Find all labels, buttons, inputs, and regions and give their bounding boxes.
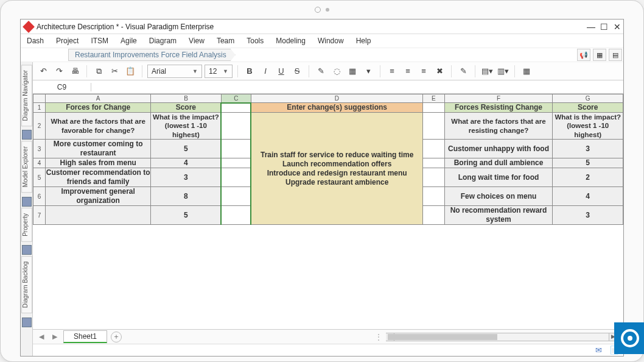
cell[interactable]	[221, 168, 251, 187]
cell[interactable]	[221, 187, 251, 206]
col-header-d[interactable]: D	[251, 94, 422, 103]
cell[interactable]: What are the factors that are resisting …	[444, 113, 553, 140]
breadcrumb[interactable]: Restaurant Improvements Force Field Anal…	[68, 49, 236, 61]
cell[interactable]: 8	[151, 187, 222, 206]
clear-format-button[interactable]: ✖	[433, 65, 446, 78]
menu-dash[interactable]: Dash	[27, 37, 44, 45]
row-header[interactable]: 3	[33, 140, 46, 158]
font-size-select[interactable]: 12 ▼	[205, 65, 233, 78]
menu-view[interactable]: View	[189, 37, 205, 45]
cell[interactable]: Score	[151, 103, 222, 113]
cell[interactable]	[46, 206, 151, 225]
sidebar-icon-4[interactable]	[22, 318, 32, 327]
row-header[interactable]: 1	[33, 103, 46, 113]
bold-button[interactable]: B	[243, 65, 256, 78]
cell[interactable]	[221, 113, 251, 140]
menu-tools[interactable]: Tools	[247, 37, 264, 45]
cell[interactable]	[423, 103, 445, 113]
italic-button[interactable]: I	[259, 65, 272, 78]
menu-agile[interactable]: Agile	[121, 37, 137, 45]
cell[interactable]: Customer recommendation to friends and f…	[46, 168, 151, 187]
menu-modeling[interactable]: Modeling	[276, 37, 306, 45]
align-center-button[interactable]: ≡	[401, 65, 415, 78]
borders-button[interactable]: ▦	[346, 65, 359, 78]
redo-button[interactable]: ↷	[52, 65, 66, 78]
mail-icon[interactable]: ✉	[594, 346, 603, 355]
sidebar-tab-model-explorer[interactable]: Model Explorer	[21, 141, 32, 193]
cell[interactable]	[423, 206, 445, 225]
sidebar-tab-property[interactable]: Property	[21, 208, 32, 242]
row-header[interactable]: 5	[33, 168, 46, 187]
text-color-button[interactable]: ✎	[314, 65, 327, 78]
insert-col-button[interactable]: ▥▾	[496, 65, 509, 78]
cell[interactable]	[221, 140, 251, 158]
cell[interactable]: Forces for Change	[46, 103, 151, 113]
cell[interactable]: 5	[151, 140, 222, 158]
cell[interactable]	[221, 206, 251, 225]
horizontal-scrollbar[interactable]: ◀ ▶	[386, 333, 617, 341]
sidebar-tab-diagram-backlog[interactable]: Diagram Backlog	[21, 256, 32, 313]
menu-window[interactable]: Window	[318, 37, 344, 45]
cell[interactable]	[423, 140, 445, 158]
cell[interactable]: 3	[151, 168, 222, 187]
undo-button[interactable]: ↶	[37, 65, 50, 78]
cell-reference[interactable]: C9	[33, 83, 91, 91]
cell[interactable]: Few choices on menu	[444, 187, 553, 206]
sheet-nav-next[interactable]: ▶	[50, 333, 60, 341]
cell[interactable]	[423, 113, 445, 140]
edit-button[interactable]: ✎	[457, 65, 470, 78]
menu-project[interactable]: Project	[56, 37, 79, 45]
col-header-a[interactable]: A	[46, 94, 151, 103]
cell[interactable]: What is the impact? (lowest 1 -10 highes…	[151, 113, 222, 140]
row-header[interactable]: 6	[33, 187, 46, 206]
col-header-b[interactable]: B	[151, 94, 222, 103]
scroll-thumb[interactable]	[388, 334, 497, 340]
cell[interactable]: What are the factors that are favorable …	[46, 113, 151, 140]
cell[interactable]: Forces Resisting Change	[444, 103, 553, 113]
sidebar-icon-1[interactable]	[22, 130, 32, 140]
borders-menu[interactable]: ▾	[362, 65, 375, 78]
cell[interactable]: High sales from menu	[46, 158, 151, 168]
row-header[interactable]: 7	[33, 206, 46, 225]
suggestions-cell[interactable]: Train staff for service to reduce waitin…	[251, 113, 422, 225]
col-header-f[interactable]: F	[444, 94, 553, 103]
cell[interactable]: 3	[553, 140, 623, 158]
cell[interactable]: Long wait time for food	[444, 168, 553, 187]
col-header-g[interactable]: G	[553, 94, 623, 103]
row-header[interactable]: 2	[33, 113, 46, 140]
underline-button[interactable]: U	[275, 65, 288, 78]
cell[interactable]	[423, 158, 445, 168]
cell[interactable]: 5	[151, 206, 222, 225]
cell[interactable]: 5	[553, 158, 623, 168]
cell[interactable]	[423, 168, 445, 187]
spreadsheet[interactable]: A B C D E F G 1 Forces for Change Score	[33, 94, 623, 329]
cell[interactable]: Improvement general organization	[46, 187, 151, 206]
col-header-e[interactable]: E	[423, 94, 445, 103]
sheet-tab[interactable]: Sheet1	[63, 330, 107, 343]
paste-button[interactable]: 📋	[124, 65, 137, 78]
layout-button[interactable]: ▦	[520, 65, 533, 78]
drag-handle-icon[interactable]: ⋮	[375, 333, 382, 341]
sheet-nav-prev[interactable]: ◀	[37, 333, 46, 341]
cell[interactable]: More customer coming to restaurant	[46, 140, 151, 158]
fill-color-button[interactable]: ◌	[330, 65, 343, 78]
menu-help[interactable]: Help	[356, 37, 371, 45]
col-header-c[interactable]: C	[221, 94, 251, 103]
cell[interactable]: What is the impact? (lowest 1 -10 highes…	[553, 113, 623, 140]
font-family-select[interactable]: Arial ▼	[147, 65, 202, 78]
cell[interactable]	[221, 103, 251, 113]
minimize-button[interactable]: —	[583, 22, 593, 32]
menu-team[interactable]: Team	[217, 37, 234, 45]
grid-view-icon[interactable]: ▦	[593, 49, 606, 61]
corner-cell[interactable]	[33, 94, 46, 103]
cell[interactable]: No recommendation reward system	[444, 206, 553, 225]
cell[interactable]	[221, 158, 251, 168]
add-sheet-button[interactable]: ＋	[111, 332, 122, 342]
row-header[interactable]: 4	[33, 158, 46, 168]
menu-itsm[interactable]: ITSM	[91, 37, 108, 45]
align-right-button[interactable]: ≡	[417, 65, 430, 78]
menu-diagram[interactable]: Diagram	[149, 37, 177, 45]
cell[interactable]: 2	[553, 168, 623, 187]
insert-row-button[interactable]: ▤▾	[480, 65, 494, 78]
strike-button[interactable]: S	[290, 65, 304, 78]
